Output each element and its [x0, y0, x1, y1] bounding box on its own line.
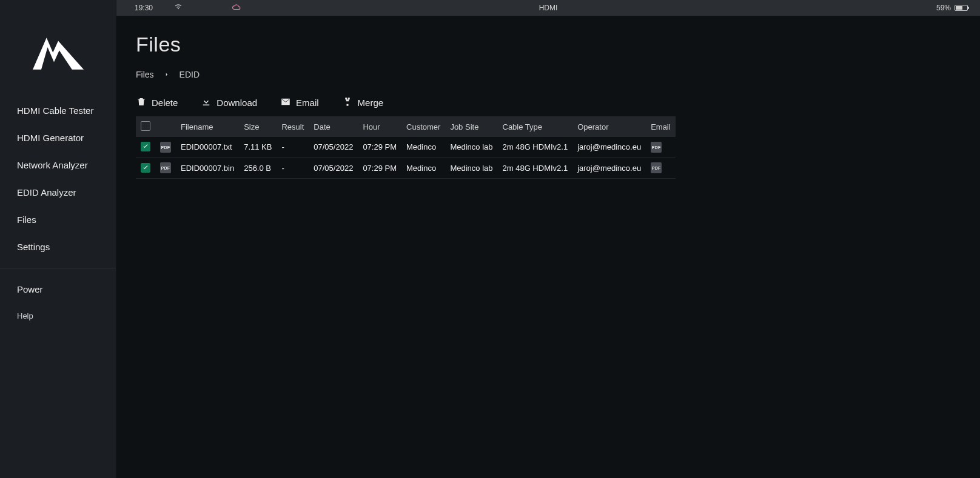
action-bar: Delete Download Email Merge [136, 96, 961, 109]
action-label: Email [296, 98, 319, 108]
breadcrumb-edid[interactable]: EDID [180, 70, 200, 79]
page-title: Files [136, 33, 961, 56]
sidebar-label: EDID Analyzer [17, 187, 76, 198]
col-jobsite: Job Site [445, 116, 497, 137]
sidebar-item-network-analyzer[interactable]: Network Analyzer [0, 151, 116, 179]
email-button[interactable]: Email [280, 96, 319, 109]
table-row[interactable]: PDF EDID00007.bin 256.0 B - 07/05/2022 0… [136, 158, 676, 178]
col-size: Size [239, 116, 277, 137]
cell-filename: EDID00007.bin [176, 158, 239, 178]
email-pdf-icon[interactable]: PDF [651, 142, 662, 153]
cell-customer: Medinco [401, 158, 445, 178]
sidebar-label: Files [17, 214, 36, 225]
merge-icon [342, 96, 353, 109]
col-operator: Operator [572, 116, 646, 137]
cell-hour: 07:29 PM [358, 137, 401, 158]
cell-cabletype: 2m 48G HDMIv2.1 [498, 158, 573, 178]
row-checkbox[interactable] [141, 142, 150, 151]
cell-hour: 07:29 PM [358, 158, 401, 178]
row-checkbox[interactable] [141, 163, 150, 173]
sidebar-label: Settings [17, 242, 50, 252]
pdf-file-icon: PDF [160, 142, 171, 153]
cell-cabletype: 2m 48G HDMIv2.1 [498, 137, 573, 158]
cell-customer: Medinco [401, 137, 445, 158]
sidebar-label: HDMI Generator [17, 133, 84, 143]
col-cabletype: Cable Type [498, 116, 573, 137]
statusbar-time: 19:30 [135, 4, 153, 12]
battery-icon [955, 5, 968, 11]
cell-operator: jaroj@medinco.eu [572, 158, 646, 178]
col-hour: Hour [358, 116, 401, 137]
select-all-checkbox[interactable] [141, 121, 150, 131]
cell-operator: jaroj@medinco.eu [572, 137, 646, 158]
sidebar-label: Help [17, 311, 33, 320]
sidebar-divider [0, 268, 116, 268]
cell-result: - [277, 137, 309, 158]
sidebar-item-power[interactable]: Power [0, 276, 116, 303]
email-icon [280, 96, 291, 109]
sidebar-item-settings[interactable]: Settings [0, 233, 116, 261]
signal-icon [174, 3, 183, 13]
col-email: Email [646, 116, 676, 137]
col-date: Date [309, 116, 358, 137]
action-label: Merge [358, 98, 384, 108]
cell-jobsite: Medinco lab [445, 137, 497, 158]
cell-result: - [277, 158, 309, 178]
cell-date: 07/05/2022 [309, 158, 358, 178]
table-row[interactable]: PDF EDID00007.txt 7.11 KB - 07/05/2022 0… [136, 137, 676, 158]
breadcrumb: Files EDID [136, 70, 961, 79]
cell-jobsite: Medinco lab [445, 158, 497, 178]
table-header-row: Filename Size Result Date Hour Customer … [136, 116, 676, 137]
breadcrumb-files[interactable]: Files [136, 70, 154, 79]
delete-button[interactable]: Delete [136, 96, 178, 109]
sidebar-label: HDMI Cable Tester [17, 105, 93, 116]
trash-icon [136, 96, 147, 109]
email-pdf-icon[interactable]: PDF [651, 162, 662, 173]
action-label: Delete [152, 98, 178, 108]
col-customer: Customer [401, 116, 445, 137]
chevron-right-icon [164, 70, 170, 79]
logo [0, 30, 116, 73]
download-icon [201, 96, 212, 109]
col-result: Result [277, 116, 309, 137]
sidebar-item-help[interactable]: Help [0, 303, 116, 329]
battery-indicator: 59% [936, 4, 968, 12]
action-label: Download [216, 98, 257, 108]
cell-date: 07/05/2022 [309, 137, 358, 158]
sidebar-label: Network Analyzer [17, 160, 88, 170]
sidebar: HDMI Cable Tester HDMI Generator Network… [0, 0, 116, 478]
pdf-file-icon: PDF [160, 162, 171, 173]
battery-percent: 59% [936, 4, 951, 12]
merge-button[interactable]: Merge [342, 96, 384, 109]
sidebar-item-hdmi-generator[interactable]: HDMI Generator [0, 124, 116, 151]
statusbar-mode: HDMI [539, 4, 558, 12]
cell-filename: EDID00007.txt [176, 137, 239, 158]
col-filename: Filename [176, 116, 239, 137]
cell-size: 256.0 B [239, 158, 277, 178]
sidebar-label: Power [17, 284, 43, 294]
download-button[interactable]: Download [201, 96, 257, 109]
sidebar-item-hdmi-tester[interactable]: HDMI Cable Tester [0, 97, 116, 124]
sidebar-item-edid-analyzer[interactable]: EDID Analyzer [0, 179, 116, 206]
files-table: Filename Size Result Date Hour Customer … [136, 116, 676, 179]
cell-size: 7.11 KB [239, 137, 277, 158]
status-bar: 19:30 HDMI 59% [116, 0, 980, 16]
sidebar-item-files[interactable]: Files [0, 206, 116, 233]
main-content: Files Files EDID Delete Download Email M… [116, 16, 980, 478]
cloud-icon [232, 3, 241, 13]
